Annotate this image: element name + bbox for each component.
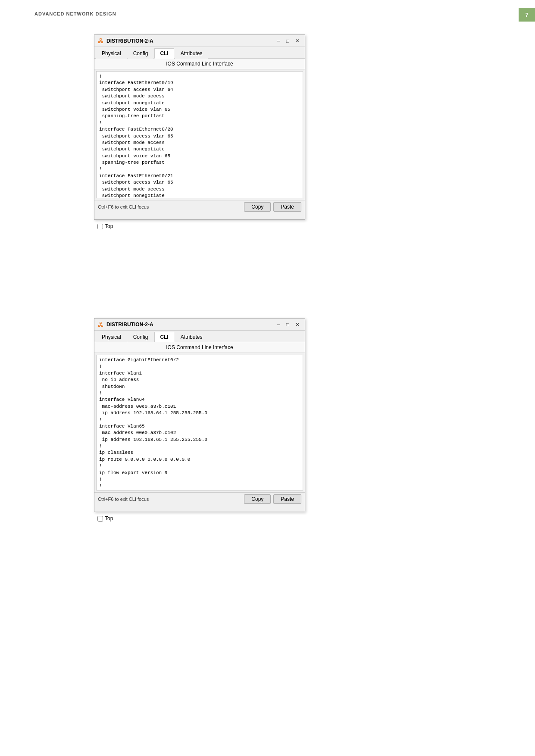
btn-group-2: Copy Paste (244, 494, 301, 504)
tab-cli-2[interactable]: CLI (154, 332, 174, 342)
window-title-2: DISTRIBUTION-2-A (106, 322, 153, 328)
bottom-bar-2: Ctrl+F6 to exit CLI focus Copy Paste (94, 492, 305, 506)
close-btn-2[interactable]: ✕ (294, 322, 301, 328)
page-header: ADVANCED NETWORK DESIGN (34, 11, 116, 16)
bottom-bar-1: Ctrl+F6 to exit CLI focus Copy Paste (94, 200, 305, 213)
ctrl-hint-1: Ctrl+F6 to exit CLI focus (98, 204, 149, 209)
minimize-btn-2[interactable]: – (275, 322, 282, 328)
tab-physical-2[interactable]: Physical (96, 332, 127, 342)
tab-config-2[interactable]: Config (128, 332, 154, 342)
tab-attributes-2[interactable]: Attributes (175, 332, 208, 342)
tab-cli-1[interactable]: CLI (154, 48, 174, 59)
top-label-2: Top (105, 515, 113, 522)
cli-title-2: IOS Command Line Interface (94, 342, 305, 353)
page-number: 7 (519, 8, 535, 22)
top-label-1: Top (105, 223, 113, 229)
tab-config-1[interactable]: Config (128, 48, 154, 59)
window-1: 🖧 DISTRIBUTION-2-A – □ ✕ Physical Config… (94, 34, 305, 220)
window-controls-1: – □ ✕ (275, 38, 301, 44)
top-row-2: Top (94, 514, 116, 523)
maximize-btn-2[interactable]: □ (285, 322, 291, 328)
close-btn-1[interactable]: ✕ (294, 38, 301, 44)
terminal-2[interactable]: interface GigabitEthernet0/2 ! interface… (96, 355, 303, 490)
window-controls-2: – □ ✕ (275, 322, 301, 328)
title-bar-2: 🖧 DISTRIBUTION-2-A – □ ✕ (94, 319, 305, 331)
cli-title-1: IOS Command Line Interface (94, 59, 305, 69)
ctrl-hint-2: Ctrl+F6 to exit CLI focus (98, 497, 149, 502)
top-row-1: Top (94, 222, 116, 231)
btn-group-1: Copy Paste (244, 202, 301, 212)
title-bar-1: 🖧 DISTRIBUTION-2-A – □ ✕ (94, 35, 305, 47)
window-icon-1: 🖧 (98, 37, 104, 44)
top-checkbox-1[interactable] (97, 224, 103, 229)
minimize-btn-1[interactable]: – (275, 38, 282, 44)
window-icon-2: 🖧 (98, 321, 104, 328)
copy-btn-1[interactable]: Copy (244, 202, 271, 212)
tabs-row-2: Physical Config CLI Attributes (94, 331, 305, 342)
window-title-1: DISTRIBUTION-2-A (106, 38, 153, 44)
tab-attributes-1[interactable]: Attributes (175, 48, 208, 59)
tab-physical-1[interactable]: Physical (96, 48, 127, 59)
top-checkbox-2[interactable] (97, 516, 103, 522)
paste-btn-2[interactable]: Paste (273, 494, 301, 504)
terminal-1[interactable]: ! interface FastEthernet0/19 switchport … (96, 71, 303, 198)
maximize-btn-1[interactable]: □ (285, 38, 291, 44)
copy-btn-2[interactable]: Copy (244, 494, 271, 504)
paste-btn-1[interactable]: Paste (273, 202, 301, 212)
tabs-row-1: Physical Config CLI Attributes (94, 47, 305, 59)
window-2: 🖧 DISTRIBUTION-2-A – □ ✕ Physical Config… (94, 318, 305, 512)
